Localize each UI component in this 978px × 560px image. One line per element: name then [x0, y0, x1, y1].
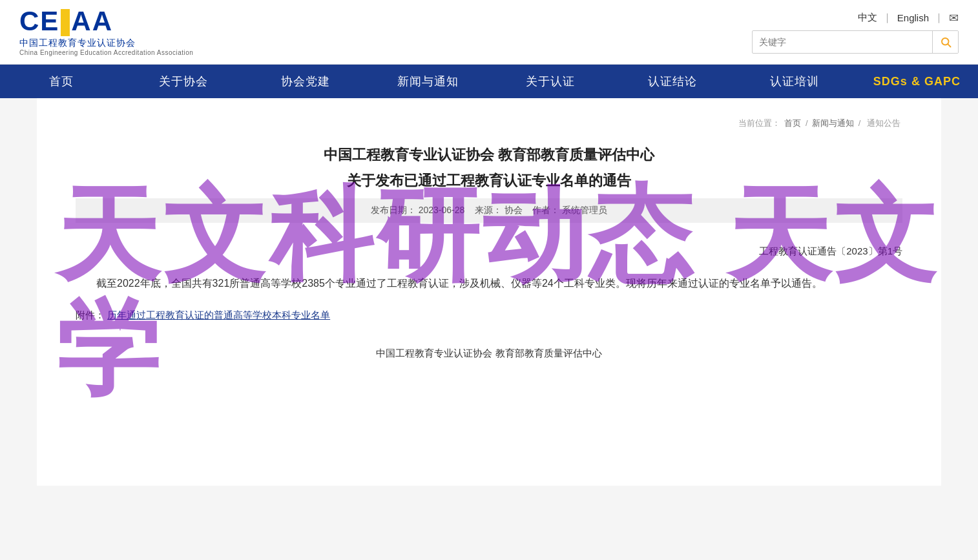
mail-icon[interactable]: ✉: [949, 11, 959, 25]
logo-en: China Engineering Education Accreditatio…: [19, 49, 193, 56]
search-input[interactable]: [753, 37, 932, 47]
logo-main: CEAA: [19, 8, 113, 37]
lang-en-link[interactable]: English: [897, 12, 929, 23]
nav-item-result[interactable]: 认证结论: [611, 65, 733, 98]
article-title-line1: 中国工程教育专业认证协会 教育部教育质量评估中心: [76, 142, 902, 168]
svg-line-1: [948, 44, 950, 47]
article-para1: 截至2022年底，全国共有321所普通高等学校2385个专业通过了工程教育认证，…: [76, 274, 902, 293]
meta-author-label: 作者：: [532, 205, 559, 215]
meta-author: 系统管理员: [562, 205, 607, 215]
article-meta: 发布日期： 2023-06-28 来源： 协会 作者： 系统管理员: [76, 198, 902, 223]
article-attachment: 附件： 历年通过工程教育认证的普通高等学校本科专业名单: [76, 306, 902, 325]
meta-source-label: 来源：: [475, 205, 502, 215]
lang-divider: ｜: [882, 12, 892, 24]
article-title: 中国工程教育专业认证协会 教育部教育质量评估中心 关于发布已通过工程教育认证专业…: [76, 142, 902, 193]
nav-item-accreditation[interactable]: 关于认证: [489, 65, 611, 98]
lang-cn-link[interactable]: 中文: [858, 12, 877, 24]
nav-item-training[interactable]: 认证培训: [734, 65, 856, 98]
main-nav: 首页 关于协会 协会党建 新闻与通知 关于认证 认证结论 认证培训 SDGs &…: [0, 65, 978, 98]
breadcrumb-current: 通知公告: [867, 118, 900, 128]
attachment-label: 附件：: [76, 309, 105, 320]
breadcrumb-news[interactable]: 新闻与通知: [812, 118, 854, 128]
breadcrumb-home[interactable]: 首页: [784, 118, 801, 128]
search-icon: [940, 36, 952, 48]
nav-item-news[interactable]: 新闻与通知: [367, 65, 489, 98]
logo-cn: 中国工程教育专业认证协会: [19, 37, 136, 49]
notice-num: 工程教育认证通告〔2023〕第1号: [76, 242, 902, 261]
nav-item-party[interactable]: 协会党建: [245, 65, 367, 98]
breadcrumb-sep1: /: [806, 118, 810, 128]
header-right: 中文 ｜ English ｜ ✉: [752, 11, 959, 54]
lang-divider2: ｜: [934, 12, 944, 24]
breadcrumb-sep2: /: [858, 118, 863, 128]
meta-date: 2023-06-28: [419, 205, 465, 215]
main-content: 天文科研动态 天文 学 当前位置： 首页 / 新闻与通知 / 通知公告 中国工程…: [37, 98, 941, 486]
lang-bar: 中文 ｜ English ｜ ✉: [858, 11, 959, 25]
nav-item-about[interactable]: 关于协会: [122, 65, 244, 98]
meta-date-label: 发布日期：: [371, 205, 416, 215]
attachment-link[interactable]: 历年通过工程教育认证的普通高等学校本科专业名单: [107, 309, 330, 320]
meta-source: 协会: [505, 205, 523, 215]
search-bar: [752, 30, 959, 54]
search-button[interactable]: [932, 31, 958, 53]
header: CEAA 中国工程教育专业认证协会 China Engineering Educ…: [0, 0, 978, 65]
breadcrumb: 当前位置： 首页 / 新闻与通知 / 通知公告: [76, 118, 902, 129]
article-title-line2: 关于发布已通过工程教育认证专业名单的通告: [76, 168, 902, 194]
article-footer: 中国工程教育专业认证协会 教育部教育质量评估中心: [76, 344, 902, 363]
nav-item-home[interactable]: 首页: [0, 65, 122, 98]
nav-item-sdgs[interactable]: SDGs & GAPC: [856, 65, 978, 98]
breadcrumb-prefix: 当前位置：: [738, 118, 780, 128]
logo-area: CEAA 中国工程教育专业认证协会 China Engineering Educ…: [19, 8, 193, 57]
article-body: 工程教育认证通告〔2023〕第1号 截至2022年底，全国共有321所普通高等学…: [76, 242, 902, 362]
